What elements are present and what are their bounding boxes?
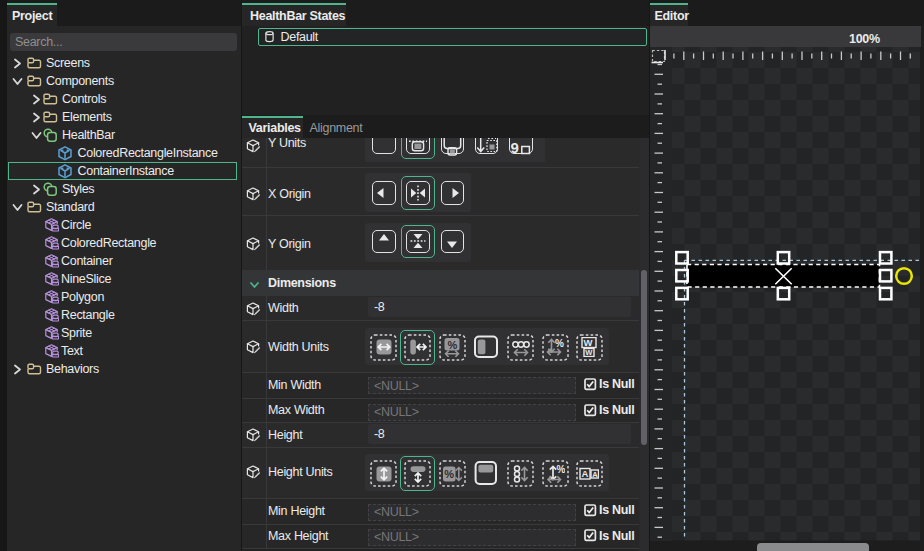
svg-text:W: W bbox=[584, 337, 593, 348]
svg-text:%: % bbox=[555, 338, 564, 349]
svg-text:9: 9 bbox=[511, 139, 519, 156]
svg-text:W: W bbox=[586, 348, 594, 357]
svg-text:%: % bbox=[448, 339, 458, 351]
svg-text:%: % bbox=[557, 464, 566, 475]
svg-text:A: A bbox=[592, 469, 598, 478]
svg-text:A: A bbox=[582, 468, 589, 479]
svg-text:%: % bbox=[444, 468, 454, 480]
